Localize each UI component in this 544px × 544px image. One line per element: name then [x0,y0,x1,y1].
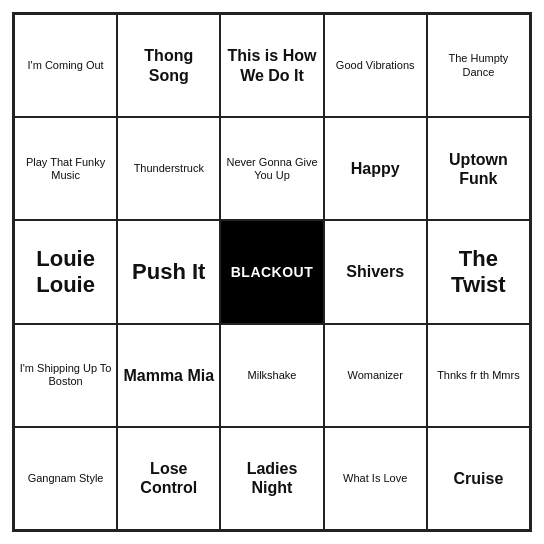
cell-r0c0[interactable]: I'm Coming Out [14,14,117,117]
cell-r2c1[interactable]: Push It [117,220,220,323]
cell-r1c3[interactable]: Happy [324,117,427,220]
cell-r2c2[interactable]: BLACKOUT [220,220,323,323]
cell-r1c1[interactable]: Thunderstruck [117,117,220,220]
cell-r4c4[interactable]: Cruise [427,427,530,530]
cell-r1c4[interactable]: Uptown Funk [427,117,530,220]
cell-r2c4[interactable]: The Twist [427,220,530,323]
cell-r2c0[interactable]: Louie Louie [14,220,117,323]
cell-r4c0[interactable]: Gangnam Style [14,427,117,530]
cell-r3c1[interactable]: Mamma Mia [117,324,220,427]
cell-r1c0[interactable]: Play That Funky Music [14,117,117,220]
cell-r3c2[interactable]: Milkshake [220,324,323,427]
cell-r4c1[interactable]: Lose Control [117,427,220,530]
cell-r3c3[interactable]: Womanizer [324,324,427,427]
cell-r0c2[interactable]: This is How We Do It [220,14,323,117]
cell-r3c4[interactable]: Thnks fr th Mmrs [427,324,530,427]
cell-r4c2[interactable]: Ladies Night [220,427,323,530]
cell-r4c3[interactable]: What Is Love [324,427,427,530]
cell-r0c1[interactable]: Thong Song [117,14,220,117]
cell-r0c4[interactable]: The Humpty Dance [427,14,530,117]
cell-r1c2[interactable]: Never Gonna Give You Up [220,117,323,220]
cell-r0c3[interactable]: Good Vibrations [324,14,427,117]
bingo-board: I'm Coming OutThong SongThis is How We D… [12,12,532,532]
cell-r2c3[interactable]: Shivers [324,220,427,323]
cell-r3c0[interactable]: I'm Shipping Up To Boston [14,324,117,427]
